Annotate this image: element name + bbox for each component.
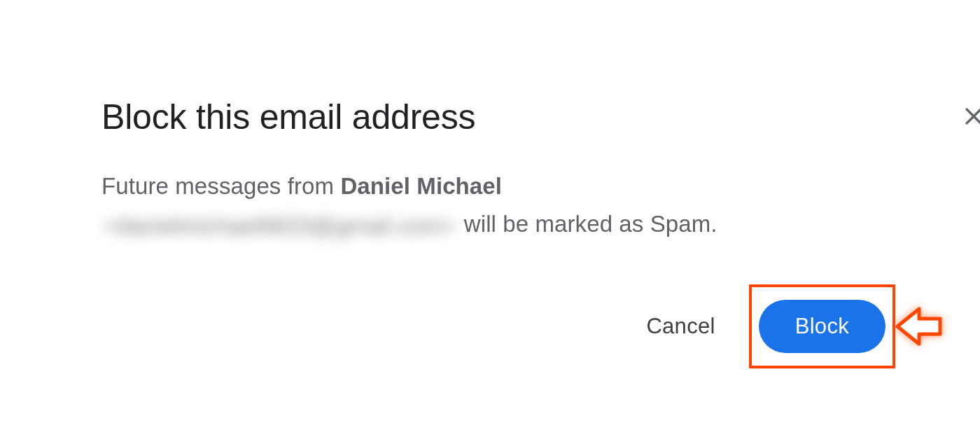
dialog-title: Block this email address <box>102 98 475 137</box>
close-icon <box>962 104 980 131</box>
dialog-actions: Cancel Block <box>102 300 878 353</box>
description-suffix: will be marked as Spam. <box>458 211 718 237</box>
sender-name: Daniel Michael <box>340 173 502 199</box>
dialog-description: Future messages from Daniel Michael <dan… <box>102 167 774 245</box>
cancel-button[interactable]: Cancel <box>639 305 722 347</box>
sender-email-redacted: <danielmichael9833@gmail.com> <box>102 207 458 245</box>
block-sender-dialog: Block this email address Future messages… <box>102 98 878 353</box>
dialog-header: Block this email address <box>102 98 878 137</box>
description-prefix: Future messages from <box>102 173 340 199</box>
annotation-arrow-icon <box>894 305 943 348</box>
block-button[interactable]: Block <box>759 300 886 353</box>
block-button-container: Block <box>759 300 886 353</box>
close-button[interactable] <box>957 101 980 134</box>
